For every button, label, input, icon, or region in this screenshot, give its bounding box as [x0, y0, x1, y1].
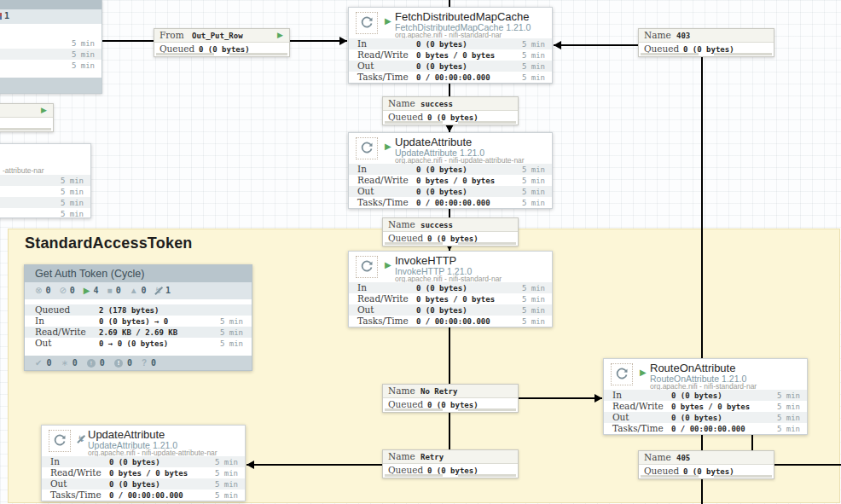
label-name-row: From Out_Put_Row ▶ — [154, 29, 289, 43]
time-window: 5 min — [522, 177, 545, 185]
time-window: 5 min — [777, 391, 800, 400]
stat-value: 0 / 00:00:00.000 — [416, 317, 490, 326]
arrowhead-icon — [339, 37, 347, 45]
up-to-date-count: 0 — [46, 359, 51, 368]
time-window: 5 min — [522, 51, 545, 60]
stat-label: Out — [357, 61, 374, 71]
stat-in-row: In0 (0 bytes)5 min — [349, 282, 552, 293]
stat-label: Tasks/Time — [357, 198, 409, 207]
stat-label: In — [35, 316, 44, 326]
locally-modified-count: 0 — [72, 359, 78, 368]
stat-tasks-row: Tasks/Time0 / 00:00:00.0005 min — [349, 72, 552, 83]
processor-icon — [356, 256, 378, 278]
spacer — [25, 349, 252, 356]
stat-label: In — [612, 391, 622, 400]
label-key: From — [160, 30, 184, 40]
label-name-row: Name success — [383, 97, 518, 111]
connection-label-from-out-put-row[interactable]: From Out_Put_Row ▶ Queued 0 (0 bytes) — [154, 28, 290, 57]
stat-value: 0 bytes / 0 bytes — [416, 295, 495, 304]
stat-value: 0 → 0 (0 bytes) — [99, 339, 168, 348]
connection-label-partial[interactable]: ▶ — [0, 103, 54, 132]
stat-tasks-row: Tasks/Time0 / 00:00:00.0005 min — [604, 423, 807, 434]
time-window: 5 min — [777, 403, 800, 411]
processor-routeonattribute[interactable]: ▶ RouteOnAttribute RouteOnAttribute 1.21… — [603, 358, 808, 435]
connection-label-retry[interactable]: Name Retry Queued 0 (0 bytes) — [382, 449, 519, 478]
processor-name: UpdateAttribute — [88, 428, 165, 441]
connection-label-405[interactable]: Name 405 Queued 0 (0 bytes) — [638, 450, 774, 479]
time-window: 5 min — [522, 317, 545, 326]
stat-value: 0 / 00:00:00.000 — [416, 199, 490, 207]
processor-updateattribute-disabled[interactable]: ↯ UpdateAttribute UpdateAttribute 1.21.0… — [41, 425, 246, 501]
time-window: 5 min — [522, 62, 545, 71]
queued-value: 0 (0 bytes) — [427, 401, 478, 409]
stat-value: 0 (0 bytes) — [416, 62, 467, 71]
stat-readwrite-row: Read/Write0 bytes / 0 bytes5 min — [604, 401, 807, 412]
stat-label: Tasks/Time — [50, 490, 102, 500]
stat-label: Queued — [35, 305, 70, 315]
processor-header: ▶ RouteOnAttribute RouteOnAttribute 1.21… — [604, 359, 807, 390]
stat-out-row: Out0 (0 bytes)5 min — [349, 304, 552, 316]
stat-label: Out — [35, 339, 52, 348]
connection-label-success-1[interactable]: Name success Queued 0 (0 bytes) — [382, 96, 519, 125]
stopped-icon: ■ — [107, 287, 113, 295]
nifi-flow-canvas[interactable]: StandardAccessToken 1 5 min 5 min 5 min … — [0, 0, 841, 504]
time-window: 5 min — [220, 339, 243, 348]
queue-indicator-bar — [229, 53, 287, 55]
stat-row: 5 min — [0, 60, 102, 71]
time-window: 5 min — [61, 188, 84, 196]
connection-label-no-retry[interactable]: Name No Retry Queued 0 (0 bytes) — [382, 384, 519, 413]
stat-label: Tasks/Time — [357, 316, 409, 326]
processor-fetchdistributedmapcache[interactable]: ▶ FetchDistributedMapCache FetchDistribu… — [348, 7, 553, 84]
queue-indicator-bar — [385, 242, 443, 245]
stat-value: 0 (0 bytes) — [416, 306, 467, 315]
stat-row: 5 min — [0, 38, 102, 49]
stat-value: 0 bytes / 0 bytes — [416, 177, 495, 185]
connection-label-success-2[interactable]: Name success Queued 0 (0 bytes) — [382, 217, 519, 246]
stat-queued-row: Queued2 (178 bytes) — [25, 304, 252, 316]
process-group-header: Get Auth Token (Cycle) — [25, 265, 252, 282]
stat-tasks-row: 5 min — [0, 208, 90, 219]
stat-in-row: In0 (0 bytes)5 min — [604, 390, 807, 401]
not-transmitting-count: 0 — [70, 287, 75, 295]
transmitting-icon: ⊗ — [35, 287, 42, 295]
stat-value: 0 (0 bytes) — [109, 480, 160, 489]
label-value: 405 — [676, 454, 690, 462]
time-window: 5 min — [522, 188, 545, 196]
stat-value: 0 (0 bytes) — [671, 414, 722, 422]
stat-label: Read/Write — [357, 294, 409, 304]
stat-value: 2.69 KB / 2.69 KB — [99, 328, 177, 337]
processor-icon — [49, 430, 71, 452]
processor-partial-updateattribute[interactable]: -attribute-nar 5 min 5 min 5 min 5 min — [0, 143, 91, 218]
time-window: 5 min — [522, 295, 545, 304]
stat-row: 5 min — [0, 49, 102, 60]
queue-indicator-bar — [714, 53, 772, 55]
stat-label: Out — [357, 187, 374, 196]
stat-in-row: In0 (0 bytes)5 min — [349, 38, 552, 49]
connection-line[interactable] — [701, 44, 703, 358]
label-key: Name — [388, 98, 415, 108]
processor-invokehttp[interactable]: ▶ InvokeHTTP InvokeHTTP 1.21.0 org.apach… — [348, 251, 553, 327]
stale-icon: ↑ — [87, 359, 96, 368]
funnel-arrow-icon: ▶ — [277, 31, 283, 39]
label-name-row: Name Retry — [383, 450, 518, 464]
process-group-partial[interactable]: 1 5 min 5 min 5 min — [0, 0, 102, 94]
stat-value: 0 (0 bytes) — [416, 40, 467, 49]
time-window: 5 min — [522, 165, 545, 174]
stat-in-row: In0 (0 bytes)5 min — [42, 456, 245, 467]
label-key: Name — [388, 385, 415, 396]
queue-indicator-bar — [641, 53, 699, 55]
connection-label-403[interactable]: Name 403 Queued 0 (0 bytes) — [638, 28, 774, 57]
label-name-row: Name No Retry — [383, 385, 518, 398]
process-group-get-auth-token[interactable]: Get Auth Token (Cycle) ⊗0 ⊘0 ▶4 ■0 ▲0 ↯1… — [24, 264, 252, 371]
processor-name: InvokeHTTP — [395, 254, 456, 267]
connection-line[interactable] — [449, 0, 450, 7]
stat-value: 0 / 00:00:00.000 — [416, 73, 490, 82]
processor-header: ▶ InvokeHTTP InvokeHTTP 1.21.0 org.apach… — [349, 252, 552, 282]
time-window: 5 min — [72, 39, 95, 48]
stat-value: 2 (178 bytes) — [99, 306, 159, 315]
processor-updateattribute[interactable]: ▶ UpdateAttribute UpdateAttribute 1.21.0… — [348, 132, 553, 209]
processor-name: FetchDistributedMapCache — [395, 10, 530, 23]
stat-label: In — [50, 457, 60, 466]
label-name-row: Name 403 — [639, 29, 774, 43]
sync-failure-icon: ? — [142, 359, 147, 368]
